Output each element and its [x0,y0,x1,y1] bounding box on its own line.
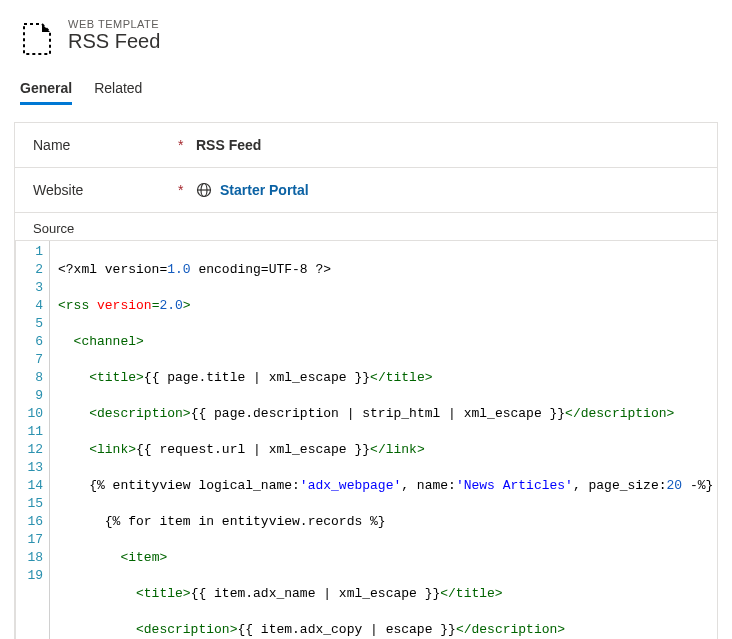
line-number: 18 [18,549,43,567]
field-name-label: Name [33,137,178,153]
header-text: WEB TEMPLATE RSS Feed [68,18,160,53]
line-number: 5 [18,315,43,333]
line-number: 2 [18,261,43,279]
page-header: WEB TEMPLATE RSS Feed [0,0,732,64]
tab-general[interactable]: General [20,76,72,105]
line-number: 16 [18,513,43,531]
tab-related[interactable]: Related [94,76,142,105]
line-number: 1 [18,243,43,261]
field-name-row[interactable]: Name * RSS Feed [15,123,717,168]
source-label: Source [15,213,717,241]
code-content[interactable]: <?xml version=1.0 encoding=UTF-8 ?> <rss… [50,241,717,639]
line-number-gutter: 12345678910111213141516171819 [16,241,50,639]
line-number: 14 [18,477,43,495]
required-marker: * [178,182,196,198]
line-number: 12 [18,441,43,459]
form-panel: Name * RSS Feed Website * Starter Portal… [14,122,718,639]
field-website-value[interactable]: Starter Portal [196,182,309,198]
required-marker: * [178,137,196,153]
line-number: 15 [18,495,43,513]
document-icon [20,22,54,56]
globe-icon [196,182,212,198]
tab-bar: General Related [0,64,732,106]
line-number: 9 [18,387,43,405]
line-number: 4 [18,297,43,315]
field-website-label: Website [33,182,178,198]
line-number: 11 [18,423,43,441]
line-number: 13 [18,459,43,477]
line-number: 8 [18,369,43,387]
field-name-value[interactable]: RSS Feed [196,137,261,153]
record-title: RSS Feed [68,30,160,53]
line-number: 10 [18,405,43,423]
line-number: 6 [18,333,43,351]
code-editor[interactable]: 12345678910111213141516171819 <?xml vers… [15,241,717,639]
line-number: 17 [18,531,43,549]
field-website-row[interactable]: Website * Starter Portal [15,168,717,213]
entity-type-label: WEB TEMPLATE [68,18,160,30]
line-number: 19 [18,567,43,585]
line-number: 3 [18,279,43,297]
website-link-text: Starter Portal [220,182,309,198]
line-number: 7 [18,351,43,369]
